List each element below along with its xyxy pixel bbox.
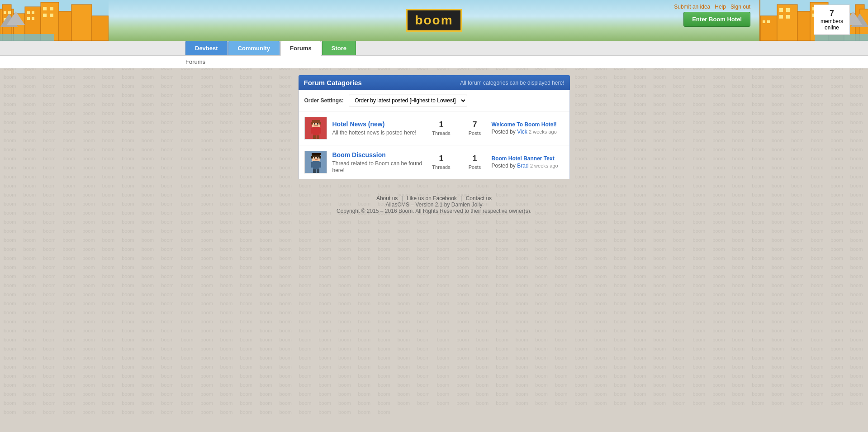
forum-title-hotel-news[interactable]: Hotel News (new) — [332, 120, 425, 128]
forum-categories-notice: All forum categories can be displayed he… — [460, 80, 564, 86]
sign-out-link[interactable]: Sign out — [730, 4, 750, 10]
svg-rect-33 — [767, 20, 770, 23]
cms-version: Version 2.1 by Damien Jolly — [415, 202, 482, 208]
time-ago-hotel-news: 2 weeks ago — [529, 129, 557, 134]
svg-rect-13 — [32, 11, 34, 14]
logo-area: boom — [406, 9, 461, 32]
help-link[interactable]: Help — [715, 4, 726, 10]
svg-rect-26 — [797, 11, 810, 41]
forum-row: Boom Discussion Thread related to Boom c… — [299, 145, 569, 179]
cms-separator: – — [411, 202, 415, 208]
svg-rect-49 — [311, 128, 315, 134]
svg-rect-8 — [92, 16, 109, 41]
forum-categories-header: Forum Catagories All forum categories ca… — [299, 75, 570, 90]
poster-name-hotel-news[interactable]: Vick — [517, 129, 527, 135]
svg-rect-66 — [317, 169, 319, 173]
posts-count-hotel-news: 7 — [464, 120, 486, 130]
footer-cms: AliasCMS – Version 2.1 by Damien Jolly — [9, 202, 859, 208]
svg-rect-51 — [313, 135, 316, 139]
svg-rect-64 — [318, 162, 321, 168]
about-us-link[interactable]: About us — [376, 195, 398, 202]
enter-hotel-button[interactable]: Enter Boom Hotel — [683, 12, 750, 27]
svg-rect-10 — [8, 11, 11, 14]
tab-community[interactable]: Community — [228, 41, 280, 55]
forum-categories-title: Forum Catagories — [304, 79, 362, 86]
tab-store[interactable]: Store — [322, 41, 356, 55]
svg-rect-53 — [314, 123, 315, 125]
svg-rect-14 — [27, 17, 30, 20]
svg-rect-65 — [313, 169, 316, 173]
svg-rect-44 — [815, 34, 868, 41]
last-post-title-hotel-news[interactable]: Welcome To Boom Hotel! — [492, 121, 564, 128]
posts-stat-hotel-news: 7 Posts — [464, 120, 486, 136]
footer: About us | Like us on Facebook | Contact… — [0, 186, 868, 223]
threads-label-hotel-news: Threads — [432, 130, 450, 136]
posts-stat-boom-discussion: 1 Posts — [464, 154, 486, 170]
threads-count-hotel-news: 1 — [430, 120, 453, 130]
svg-rect-19 — [50, 14, 53, 17]
posts-label-hotel-news: Posts — [469, 130, 481, 136]
svg-rect-9 — [4, 11, 6, 14]
members-online-count: 7 — [830, 9, 834, 18]
svg-rect-71 — [311, 156, 313, 158]
left-building-decoration — [0, 0, 109, 41]
svg-rect-17 — [50, 7, 53, 10]
top-links-bar: Submit an idea Help Sign out — [674, 4, 750, 10]
svg-rect-73 — [312, 153, 321, 155]
svg-rect-32 — [763, 20, 765, 23]
breadcrumb-text: Forums — [185, 58, 205, 65]
order-select[interactable]: Order by latest posted [Highest to Lowes… — [349, 95, 467, 106]
svg-rect-37 — [786, 15, 790, 19]
svg-rect-22 — [0, 34, 54, 41]
time-ago-boom-discussion: 2 weeks ago — [530, 163, 558, 168]
forum-icon-hotel-news — [304, 117, 327, 139]
tab-forums[interactable]: Forums — [280, 41, 321, 56]
like-facebook-link[interactable]: Like us on Facebook — [407, 195, 457, 202]
posted-by-label-hotel-news: Posted by Vick — [492, 129, 529, 135]
threads-stat-boom-discussion: 1 Threads — [430, 154, 453, 170]
order-settings: Order Settings: Order by latest posted [… — [299, 90, 569, 111]
threads-stat-hotel-news: 1 Threads — [430, 120, 453, 136]
svg-rect-55 — [314, 125, 318, 126]
svg-rect-7 — [71, 5, 92, 41]
last-post-title-boom-discussion[interactable]: Boom Hotel Banner Text — [492, 155, 564, 162]
svg-rect-72 — [319, 156, 321, 158]
svg-rect-36 — [779, 15, 783, 19]
forum-title-boom-discussion[interactable]: Boom Discussion — [332, 151, 425, 158]
svg-rect-69 — [315, 159, 318, 160]
members-label: members — [821, 18, 843, 24]
forum-body: Order Settings: Order by latest posted [… — [299, 90, 570, 179]
svg-rect-56 — [312, 120, 320, 123]
breadcrumb: Forums — [0, 56, 868, 68]
footer-links: About us | Like us on Facebook | Contact… — [9, 195, 859, 202]
submit-idea-link[interactable]: Submit an idea — [674, 4, 710, 10]
threads-label-boom-discussion: Threads — [432, 164, 450, 170]
forum-info-hotel-news: Hotel News (new) All the hottest news is… — [332, 120, 425, 136]
forum-desc-boom-discussion: Thread related to Boom can be found here… — [332, 160, 422, 173]
poster-name-boom-discussion[interactable]: Brad — [517, 163, 528, 169]
main-content: Forum Catagories All forum categories ca… — [294, 75, 574, 179]
tab-devbest[interactable]: Devbest — [185, 41, 228, 55]
online-label: online — [825, 24, 839, 31]
svg-rect-63 — [311, 162, 315, 168]
svg-rect-12 — [27, 11, 30, 14]
svg-rect-15 — [32, 17, 34, 20]
separator-1: | — [402, 195, 403, 202]
forum-row: Hotel News (new) All the hottest news is… — [299, 111, 569, 145]
forum-stats-hotel-news: 1 Threads 7 Posts — [430, 120, 486, 136]
svg-rect-50 — [318, 128, 321, 134]
navigation-tabs: Devbest Community Forums Store — [0, 41, 868, 56]
forum-info-boom-discussion: Boom Discussion Thread related to Boom c… — [332, 151, 425, 173]
svg-rect-58 — [319, 122, 321, 125]
svg-rect-68 — [317, 157, 318, 158]
svg-rect-57 — [311, 122, 313, 125]
last-post-boom-discussion: Boom Hotel Banner Text Posted by Brad 2 … — [492, 155, 564, 169]
contact-us-link[interactable]: Contact us — [466, 195, 492, 202]
svg-rect-54 — [317, 123, 318, 125]
forum-desc-hotel-news: All the hottest news is posted here! — [332, 130, 417, 136]
svg-rect-18 — [43, 14, 47, 17]
cms-name: AliasCMS — [385, 202, 409, 208]
footer-copyright: Copyright © 2015 – 2016 Boom. All Rights… — [9, 208, 859, 214]
posted-by-label-boom-discussion: Posted by Brad — [492, 163, 530, 169]
members-online-box: 7 members online — [814, 5, 850, 35]
